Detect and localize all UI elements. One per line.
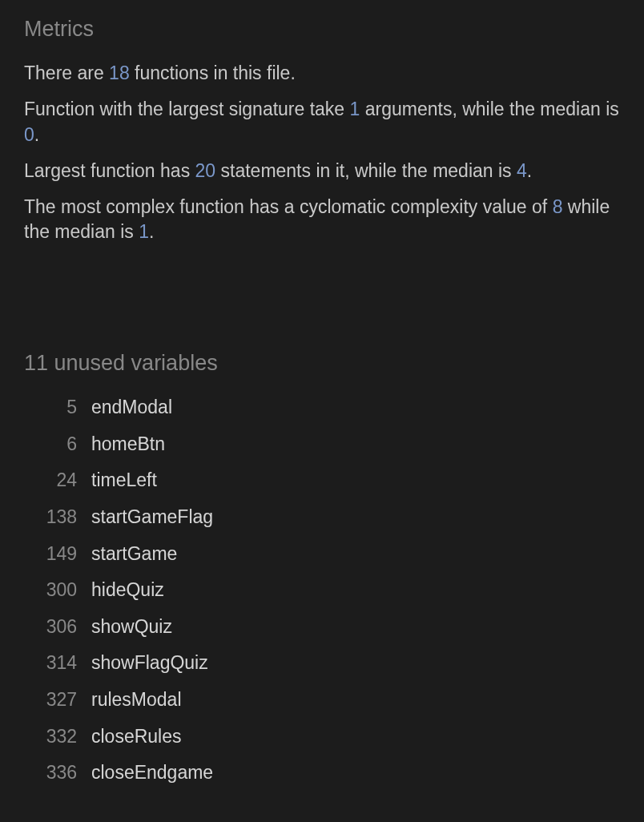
text: functions in this file. — [130, 62, 296, 83]
line-number: 336 — [24, 762, 91, 784]
line-number: 300 — [24, 579, 91, 602]
variable-name: closeEndgame — [91, 762, 213, 784]
variable-name: startGame — [91, 543, 177, 566]
issue-row[interactable]: 332closeRules — [24, 726, 620, 748]
line-number: 314 — [24, 652, 91, 675]
metrics-heading: Metrics — [24, 14, 620, 43]
text: The most complex function has a cyclomat… — [24, 196, 553, 217]
variable-name: showFlagQuiz — [91, 652, 208, 675]
metric-number: 1 — [139, 221, 149, 242]
metric-complexity: The most complex function has a cyclomat… — [24, 195, 620, 244]
line-number: 5 — [24, 397, 91, 419]
text: arguments, while the median is — [360, 99, 618, 119]
issue-row[interactable]: 5endModal — [24, 397, 620, 419]
issue-row[interactable]: 24timeLeft — [24, 469, 620, 492]
line-number: 138 — [24, 506, 91, 529]
metric-number: 1 — [350, 99, 360, 119]
issue-row[interactable]: 6homeBtn — [24, 433, 620, 456]
metric-number: 18 — [109, 62, 130, 83]
issue-row[interactable]: 149startGame — [24, 543, 620, 566]
variable-name: endModal — [91, 397, 172, 419]
line-number: 24 — [24, 469, 91, 492]
issue-row[interactable]: 327rulesModal — [24, 689, 620, 711]
variable-name: rulesModal — [91, 689, 182, 711]
variable-name: startGameFlag — [91, 506, 213, 529]
metric-statements: Largest function has 20 statements in it… — [24, 159, 620, 183]
metric-number: 8 — [553, 196, 563, 217]
line-number: 149 — [24, 543, 91, 566]
variable-name: timeLeft — [91, 469, 157, 492]
metric-number: 20 — [195, 160, 216, 181]
issue-row[interactable]: 306showQuiz — [24, 616, 620, 639]
line-number: 332 — [24, 726, 91, 748]
variable-name: homeBtn — [91, 433, 165, 456]
issue-row[interactable]: 300hideQuiz — [24, 579, 620, 602]
unused-variables-section: 11 unused variables 5endModal6homeBtn24t… — [24, 349, 620, 784]
text: . — [527, 160, 532, 181]
issue-row[interactable]: 138startGameFlag — [24, 506, 620, 529]
issue-list: 5endModal6homeBtn24timeLeft138startGameF… — [24, 397, 620, 784]
text: . — [149, 221, 154, 242]
metric-number: 0 — [24, 124, 34, 145]
metric-signature: Function with the largest signature take… — [24, 97, 620, 147]
variable-name: showQuiz — [91, 616, 172, 639]
metric-functions-count: There are 18 functions in this file. — [24, 61, 620, 86]
variable-name: hideQuiz — [91, 579, 164, 602]
line-number: 6 — [24, 433, 91, 456]
issue-row[interactable]: 336closeEndgame — [24, 762, 620, 784]
metric-number: 4 — [517, 160, 527, 181]
text: Function with the largest signature take — [24, 99, 350, 119]
text: statements in it, while the median is — [215, 160, 517, 181]
line-number: 306 — [24, 616, 91, 639]
text: There are — [24, 62, 109, 83]
line-number: 327 — [24, 689, 91, 711]
text: Largest function has — [24, 160, 195, 181]
issue-row[interactable]: 314showFlagQuiz — [24, 652, 620, 675]
unused-heading: 11 unused variables — [24, 349, 620, 377]
variable-name: closeRules — [91, 726, 182, 748]
text: . — [34, 124, 39, 145]
